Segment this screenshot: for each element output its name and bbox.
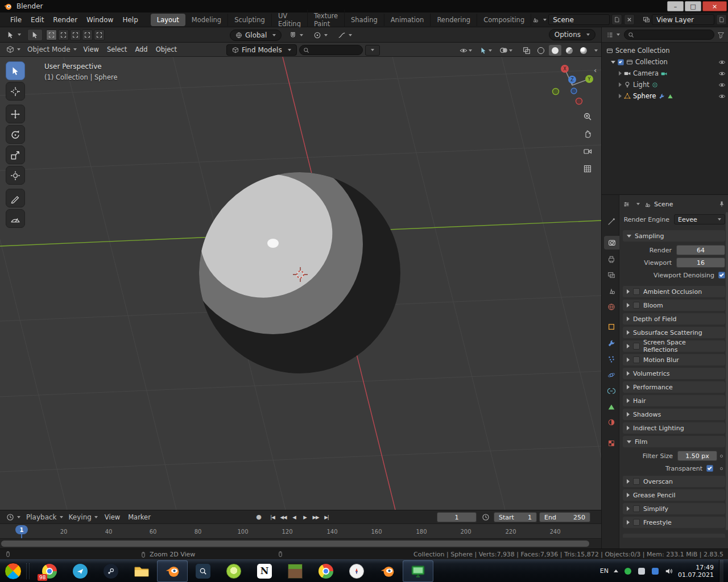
panel-indirect-lighting[interactable]: Indirect Lighting	[623, 422, 725, 434]
model-search-input[interactable]	[299, 45, 363, 55]
tab-object-data[interactable]	[603, 400, 619, 414]
properties-scrollbar[interactable]	[726, 212, 728, 530]
panel-performance[interactable]: Performance	[623, 381, 725, 393]
shading-wireframe-button[interactable]	[535, 45, 547, 56]
play-reverse-button[interactable]: ◀	[289, 512, 299, 522]
outliner-row-collection[interactable]: Collection	[602, 56, 728, 68]
motion-blur-checkbox[interactable]	[633, 356, 640, 363]
hide-sphere-eye-icon[interactable]	[718, 93, 726, 100]
viewport-menu-add[interactable]: Add	[131, 44, 151, 55]
ambient-occlusion-checkbox[interactable]	[633, 288, 640, 295]
timeline-marker-menu[interactable]: Marker	[124, 512, 155, 523]
taskbar-blender-button[interactable]	[157, 560, 188, 582]
rotate-tool-button[interactable]	[6, 125, 25, 144]
taskbar-steam-button[interactable]	[96, 560, 126, 582]
expand-icon[interactable]	[611, 61, 615, 64]
frame-end-field[interactable]: End250	[539, 512, 590, 522]
options-dropdown[interactable]: Options	[549, 29, 595, 40]
jump-end-button[interactable]: ▶|	[321, 512, 332, 522]
search-filter-dropdown[interactable]	[365, 45, 380, 56]
expand-icon[interactable]	[619, 94, 622, 98]
transform-orientation-dropdown[interactable]: Global	[230, 30, 282, 41]
find-models-dropdown[interactable]: Find Models	[226, 44, 297, 56]
tray-app-icon[interactable]	[623, 567, 632, 575]
outliner-editor-dropdown[interactable]	[605, 29, 621, 41]
render-engine-dropdown[interactable]: Eevee	[674, 214, 725, 225]
menu-window[interactable]: Window	[82, 14, 118, 26]
panel-hair[interactable]: Hair	[623, 395, 725, 406]
hidden-icons-chevron[interactable]	[614, 569, 618, 572]
taskbar-explorer-button[interactable]	[126, 560, 157, 582]
mode-dropdown[interactable]: Object Mode	[24, 44, 80, 56]
move-tool-button[interactable]	[6, 105, 25, 123]
viewport-menu-select[interactable]: Select	[103, 44, 131, 55]
tab-object[interactable]	[603, 320, 619, 334]
shading-solid-button[interactable]	[549, 45, 561, 56]
timeline-view-menu[interactable]: View	[101, 512, 124, 523]
menu-render[interactable]: Render	[48, 14, 82, 26]
properties-editor-icon[interactable]	[623, 201, 630, 208]
close-button[interactable]: ×	[702, 1, 727, 11]
taskbar-blender2-button[interactable]	[372, 560, 403, 582]
panel-grease-pencil[interactable]: Grease Pencil	[623, 489, 725, 501]
workspace-tab-modeling[interactable]: Modeling	[185, 14, 228, 26]
panel-overscan[interactable]: Overscan	[623, 476, 725, 487]
jump-start-button[interactable]: |◀	[267, 512, 278, 522]
outliner-row-scene-collection[interactable]: Scene Collection	[602, 45, 728, 56]
viewport-menu-view[interactable]: View	[80, 44, 103, 55]
falloff-dropdown[interactable]	[335, 29, 355, 41]
hide-collection-eye-icon[interactable]	[718, 59, 726, 66]
shading-material-button[interactable]	[563, 45, 576, 56]
tray-clock[interactable]: 17:49 01.07.2021	[678, 564, 714, 579]
tray-app-icon[interactable]	[637, 567, 646, 575]
freestyle-checkbox[interactable]	[633, 519, 640, 526]
select-mode-invert-button[interactable]	[82, 30, 93, 40]
auto-key-button[interactable]: ●	[254, 512, 264, 522]
start-button[interactable]	[5, 563, 22, 580]
sampling-viewport-field[interactable]: 16	[676, 257, 725, 268]
outliner-search-input[interactable]	[624, 30, 714, 40]
simplify-checkbox[interactable]	[633, 505, 640, 512]
select-mode-intersect-button[interactable]	[94, 30, 105, 40]
panel-sampling[interactable]: Sampling	[623, 230, 725, 242]
taskbar-telegram-button[interactable]	[65, 560, 96, 582]
tab-render[interactable]	[604, 236, 619, 250]
new-scene-button[interactable]	[611, 14, 622, 25]
scene-name-field[interactable]: Scene	[548, 14, 610, 25]
select-box-tool-button[interactable]	[6, 61, 25, 80]
bloom-checkbox[interactable]	[633, 302, 640, 309]
timeline-scrollbar[interactable]	[0, 538, 601, 548]
taskbar-chrome2-button[interactable]	[311, 560, 341, 582]
chevron-down-icon[interactable]	[636, 203, 640, 205]
collection-checkbox[interactable]	[618, 59, 624, 65]
ortho-toggle-button[interactable]	[581, 163, 594, 175]
shading-rendered-button[interactable]	[577, 45, 590, 56]
keying-menu[interactable]: Keying	[66, 511, 101, 523]
maximize-button[interactable]: □	[685, 1, 701, 11]
tab-texture[interactable]	[603, 436, 619, 450]
expand-icon[interactable]	[619, 82, 622, 87]
outliner-row-sphere[interactable]: Sphere	[602, 90, 728, 102]
filter-icon[interactable]	[717, 31, 725, 39]
tab-particles[interactable]	[603, 352, 619, 366]
chevron-down-icon[interactable]	[543, 19, 547, 21]
tab-world[interactable]	[603, 300, 619, 314]
expand-icon[interactable]	[619, 71, 622, 76]
menu-help[interactable]: Help	[118, 14, 142, 26]
outliner-row-camera[interactable]: Camera	[602, 68, 728, 79]
overscan-checkbox[interactable]	[633, 478, 640, 485]
viewport-3d[interactable]: X Y Z User Perspective (1) Collection | …	[0, 57, 601, 510]
gizmo-y-neg-axis[interactable]	[553, 89, 559, 95]
workspace-tab-rendering[interactable]: Rendering	[431, 14, 477, 26]
overlays-dropdown[interactable]	[497, 44, 515, 56]
gizmo-x-neg-axis[interactable]	[576, 98, 582, 105]
taskbar-minecraft-button[interactable]	[280, 560, 311, 582]
proportional-editing-dropdown[interactable]	[311, 29, 330, 41]
panel-bloom[interactable]: Bloom	[623, 300, 725, 311]
workspace-tab-shading[interactable]: Shading	[345, 14, 384, 26]
timeline-ruler[interactable]: 20 40 60 80 100 120 140 160 180 200 220 …	[0, 523, 601, 538]
view-layer-field[interactable]: View Layer	[652, 14, 714, 25]
tab-physics[interactable]	[603, 368, 619, 382]
play-button[interactable]: ▶	[300, 512, 310, 522]
taskbar-search-button[interactable]	[188, 560, 218, 582]
